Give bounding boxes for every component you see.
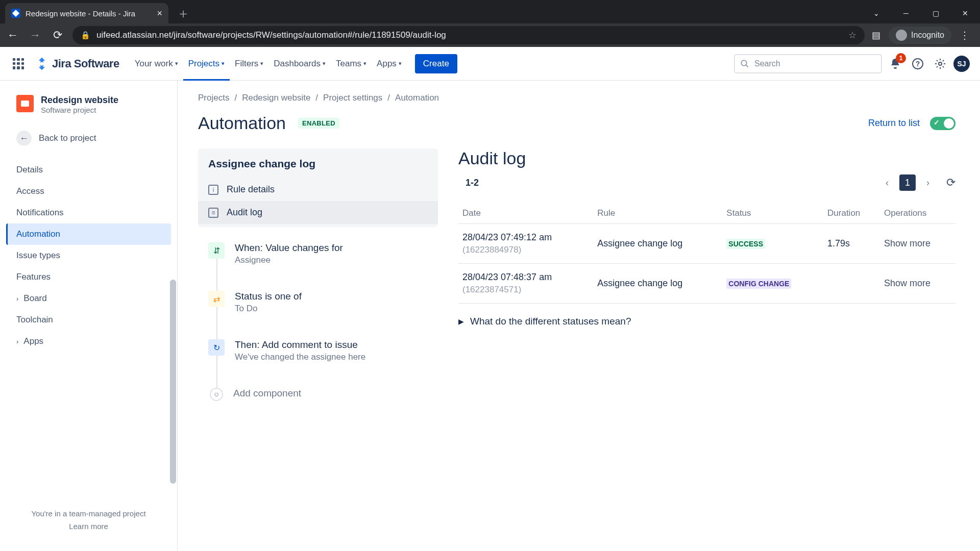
project-header[interactable]: Redesign website Software project [6, 95, 171, 124]
main-content: Projects/Redesign website/Project settin… [178, 81, 980, 551]
add-icon: ○ [210, 388, 223, 401]
close-tab-icon[interactable]: × [157, 8, 162, 19]
nav-item-your-work[interactable]: Your work▾ [130, 47, 183, 81]
table-row: 28/04/23 07:49:12 am(16223884978) Assign… [458, 224, 955, 264]
help-icon[interactable]: ? [909, 55, 927, 73]
rule-nav-rule-details[interactable]: iRule details [198, 178, 438, 201]
sidebar-item-toolchain[interactable]: Toolchain [6, 309, 171, 331]
nav-item-apps[interactable]: Apps▾ [372, 47, 407, 81]
maximize-window-icon[interactable]: ▢ [921, 3, 950, 23]
page-prev-icon[interactable]: ‹ [879, 174, 895, 191]
audit-title: Audit log [458, 148, 955, 168]
rule-nav-audit-log[interactable]: ≡Audit log [198, 201, 438, 224]
back-to-project-link[interactable]: ← Back to project [6, 124, 171, 152]
notif-badge: 1 [896, 53, 906, 63]
rule-enabled-toggle[interactable] [930, 117, 955, 130]
browser-menu-icon[interactable]: ⋮ [960, 29, 970, 41]
nav-items: Your work▾Projects▾Filters▾Dashboards▾Te… [130, 47, 407, 81]
dropdown-tabs-icon[interactable]: ⌄ [862, 3, 891, 23]
column-header: Duration [823, 203, 880, 224]
tab-title: Redesign website - Details - Jira [26, 9, 135, 18]
page-header: Automation ENABLED Return to list [198, 113, 955, 133]
pagination: ‹ 1 › [879, 174, 936, 191]
column-header: Operations [880, 203, 955, 224]
nav-item-teams[interactable]: Teams▾ [331, 47, 372, 81]
cond-icon: ⇄ [208, 291, 225, 307]
lock-icon: 🔒 [81, 31, 90, 40]
rule-step-action[interactable]: ↻ Then: Add comment to issueWe've change… [208, 339, 428, 362]
sidebar-item-issue-types[interactable]: Issue types [6, 245, 171, 266]
action-icon: ↻ [208, 339, 225, 356]
sidebar-item-features[interactable]: Features [6, 266, 171, 288]
return-to-list-link[interactable]: Return to list [868, 118, 920, 129]
jira-logo-icon [35, 57, 49, 71]
new-tab-button[interactable]: ＋ [168, 3, 198, 23]
column-header: Status [722, 203, 823, 224]
rule-step-cond[interactable]: ⇄ Status is one ofTo Do [208, 291, 428, 314]
sidebar-item-automation[interactable]: Automation [6, 223, 171, 245]
window-controls: ⌄ ─ ▢ ✕ [862, 3, 980, 23]
table-row: 28/04/23 07:48:37 am(16223874571) Assign… [458, 264, 955, 304]
browser-chrome: Redesign website - Details - Jira × ＋ ⌄ … [0, 0, 980, 47]
rule-name: Assignee change log [198, 158, 438, 178]
reload-icon[interactable]: ⟳ [50, 29, 65, 42]
jira-logo[interactable]: Jira Software [35, 57, 119, 71]
breadcrumb-link[interactable]: Redesign website [242, 93, 310, 103]
status-help-expander[interactable]: ▶ What do the different statuses mean? [458, 316, 955, 327]
page-current[interactable]: 1 [899, 174, 916, 191]
create-button[interactable]: Create [415, 54, 457, 73]
breadcrumb-link[interactable]: Projects [198, 93, 229, 103]
jira-favicon [11, 9, 20, 18]
rule-steps: ⇵ When: Value changes forAssignee⇄ Statu… [198, 242, 438, 401]
settings-icon[interactable] [931, 55, 949, 73]
page-next-icon[interactable]: › [920, 174, 936, 191]
rule-detail-panel: Assignee change log iRule details≡Audit … [198, 148, 438, 427]
breadcrumb-link[interactable]: Automation [395, 93, 439, 103]
jira-logo-text: Jira Software [52, 57, 119, 70]
show-more-link[interactable]: Show more [884, 278, 930, 288]
search-placeholder: Search [754, 59, 780, 68]
bookmark-star-icon[interactable]: ☆ [848, 30, 856, 41]
tab-bar: Redesign website - Details - Jira × ＋ ⌄ … [0, 0, 980, 23]
nav-item-filters[interactable]: Filters▾ [230, 47, 268, 81]
url-input[interactable]: 🔒 uifeed.atlassian.net/jira/software/pro… [72, 26, 865, 44]
address-bar: ← → ⟳ 🔒 uifeed.atlassian.net/jira/softwa… [0, 23, 980, 47]
sidebar-item-access[interactable]: Access [6, 181, 171, 202]
nav-item-dashboards[interactable]: Dashboards▾ [268, 47, 331, 81]
back-arrow-icon: ← [16, 131, 32, 146]
project-sidebar: Redesign website Software project ← Back… [0, 81, 178, 551]
notifications-icon[interactable]: 1 [886, 55, 904, 73]
close-window-icon[interactable]: ✕ [950, 3, 980, 23]
audit-log-panel: Audit log 1-2 ‹ 1 › ⟳ DateRuleStatusDura… [458, 148, 955, 427]
nav-item-projects[interactable]: Projects▾ [183, 47, 230, 81]
add-component-button[interactable]: ○ Add component [208, 388, 428, 401]
search-icon [740, 59, 749, 68]
minimize-window-icon[interactable]: ─ [891, 3, 921, 23]
project-name: Redesign website [41, 95, 118, 106]
status-badge: SUCCESS [726, 239, 765, 249]
chevron-right-icon: ▶ [458, 317, 464, 325]
browser-tab[interactable]: Redesign website - Details - Jira × [5, 3, 168, 23]
app-switcher-icon[interactable] [10, 56, 27, 72]
status-badge: CONFIG CHANGE [726, 279, 791, 289]
learn-more-link[interactable]: Learn more [0, 522, 177, 531]
rule-step-trigger[interactable]: ⇵ When: Value changes forAssignee [208, 242, 428, 265]
sidebar-scrollbar[interactable] [170, 280, 176, 484]
incognito-badge[interactable]: Incognito [889, 27, 951, 44]
trigger-icon: ⇵ [208, 242, 225, 259]
sidebar-item-apps[interactable]: ›Apps [6, 331, 171, 352]
sidebar-item-notifications[interactable]: Notifications [6, 202, 171, 223]
project-type: Software project [41, 106, 118, 114]
sidebar-item-details[interactable]: Details [6, 159, 171, 181]
back-icon[interactable]: ← [5, 29, 20, 42]
incognito-icon [896, 30, 907, 41]
extensions-icon[interactable]: ▤ [872, 30, 880, 41]
breadcrumb-link[interactable]: Project settings [323, 93, 382, 103]
user-avatar[interactable]: SJ [953, 56, 970, 72]
search-input[interactable]: Search [734, 54, 882, 73]
forward-icon[interactable]: → [28, 29, 43, 42]
rule-status-badge: ENABLED [298, 118, 339, 129]
show-more-link[interactable]: Show more [884, 238, 930, 248]
sidebar-item-board[interactable]: ›Board [6, 288, 171, 309]
refresh-icon[interactable]: ⟳ [946, 176, 955, 189]
